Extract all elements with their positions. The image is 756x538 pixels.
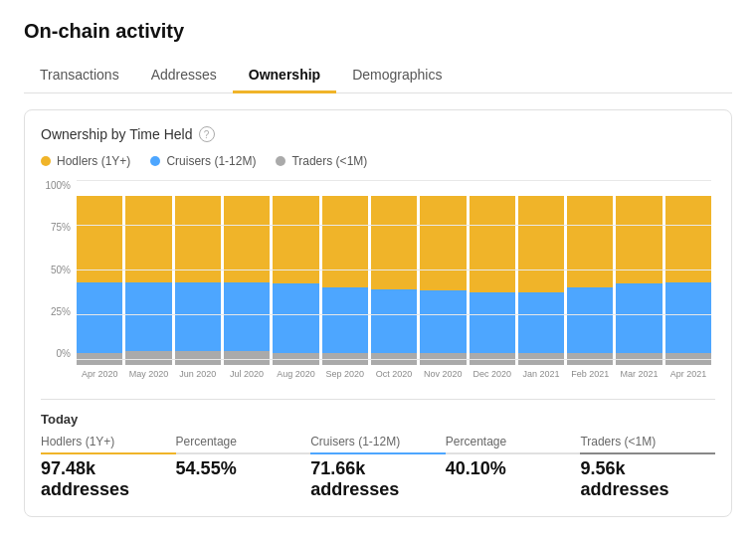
bar-group: Jan 2021: [518, 196, 564, 379]
bar-stack: [125, 196, 171, 365]
traders-segment: [77, 353, 122, 365]
hodlers-segment: [175, 196, 221, 282]
cruisers-segment: [77, 282, 122, 353]
cruisers-pct-value: 40.10%: [446, 458, 581, 479]
hodlers-segment: [420, 196, 466, 290]
hodlers-pct-label: Percentage: [176, 435, 311, 454]
stacked-bar-chart: 100% 75% 50% 25% 0% Apr 2020May 2020Jun …: [41, 180, 715, 379]
hodlers-segment: [665, 196, 711, 282]
bar-group: Nov 2020: [420, 196, 466, 379]
gridline-100: [77, 180, 711, 181]
hodlers-segment: [273, 196, 318, 283]
tab-transactions[interactable]: Transactions: [24, 59, 135, 93]
bar-stack: [322, 196, 368, 365]
hodlers-segment: [567, 196, 613, 287]
ownership-card: Ownership by Time Held ? Hodlers (1Y+) C…: [24, 109, 732, 517]
cruisers-segment: [224, 282, 270, 352]
hodlers-segment: [77, 196, 122, 282]
traders-segment: [175, 351, 221, 365]
traders-segment: [567, 353, 613, 365]
y-label-75: 75%: [51, 222, 71, 233]
hodlers-segment: [371, 196, 417, 289]
cruisers-stat-label: Cruisers (1-12M): [310, 435, 446, 454]
traders-stat-label: Traders (<1M): [580, 435, 715, 454]
hodlers-segment: [322, 196, 368, 287]
traders-segment: [371, 353, 417, 365]
chart-legend: Hodlers (1Y+) Cruisers (1-12M) Traders (…: [41, 154, 715, 168]
stats-row: Hodlers (1Y+) 97.48k addresses Percentag…: [41, 435, 715, 500]
bar-x-label: Jan 2021: [522, 369, 559, 379]
bar-stack: [470, 196, 515, 365]
page-title: On-chain activity: [24, 20, 732, 43]
y-label-0: 0%: [57, 348, 71, 359]
traders-segment: [665, 353, 711, 365]
hodlers-segment: [224, 196, 270, 282]
bar-group: Oct 2020: [371, 196, 417, 379]
cruisers-segment: [175, 282, 221, 352]
today-stats: Today Hodlers (1Y+) 97.48k addresses Per…: [41, 399, 715, 500]
cruisers-segment: [616, 283, 662, 353]
hodlers-stat: Hodlers (1Y+) 97.48k addresses: [41, 435, 176, 500]
hodlers-stat-value: 97.48k addresses: [41, 458, 176, 500]
legend-hodlers: Hodlers (1Y+): [41, 154, 130, 168]
cruisers-segment: [273, 283, 318, 353]
bar-stack: [665, 196, 711, 365]
bar-group: Mar 2021: [616, 196, 662, 379]
bar-x-label: Jul 2020: [230, 369, 264, 379]
tab-addresses[interactable]: Addresses: [135, 59, 233, 93]
hodlers-label: Hodlers (1Y+): [57, 154, 130, 168]
bar-stack: [616, 196, 662, 365]
traders-segment: [224, 351, 270, 365]
traders-segment: [518, 353, 564, 365]
bar-stack: [518, 196, 564, 365]
legend-cruisers: Cruisers (1-12M): [150, 154, 256, 168]
traders-stat-value: 9.56k addresses: [580, 458, 715, 500]
bar-stack: [273, 196, 318, 365]
traders-segment: [420, 353, 466, 365]
hodlers-segment: [518, 196, 564, 292]
help-icon[interactable]: ?: [199, 126, 215, 142]
cruisers-label: Cruisers (1-12M): [166, 154, 256, 168]
tabs-nav: Transactions Addresses Ownership Demogra…: [24, 59, 732, 93]
bar-x-label: Jun 2020: [179, 369, 216, 379]
cruisers-segment: [420, 290, 466, 353]
y-label-25: 25%: [51, 306, 71, 317]
bar-group: Jul 2020: [224, 196, 270, 379]
bar-stack: [567, 196, 613, 365]
traders-label: Traders (<1M): [291, 154, 367, 168]
legend-traders: Traders (<1M): [276, 154, 367, 168]
cruisers-segment: [371, 289, 417, 354]
cruisers-segment: [518, 292, 564, 353]
cruisers-pct-label: Percentage: [446, 435, 581, 454]
cruisers-stat: Cruisers (1-12M) 71.66k addresses: [310, 435, 446, 500]
hodlers-dot: [41, 156, 51, 166]
tab-ownership[interactable]: Ownership: [233, 59, 336, 93]
y-axis: 100% 75% 50% 25% 0%: [41, 180, 75, 359]
bar-stack: [371, 196, 417, 365]
bar-stack: [224, 196, 270, 365]
today-label: Today: [41, 412, 715, 427]
traders-segment: [273, 353, 318, 365]
traders-dot: [276, 156, 285, 166]
bar-group: Dec 2020: [470, 196, 515, 379]
bar-stack: [420, 196, 466, 365]
cruisers-segment: [567, 287, 613, 353]
bar-group: Aug 2020: [273, 196, 318, 379]
cruisers-segment: [470, 292, 515, 353]
traders-segment: [125, 351, 171, 365]
traders-segment: [616, 353, 662, 365]
bar-x-label: Oct 2020: [376, 369, 413, 379]
bar-x-label: Apr 2020: [82, 369, 118, 379]
bar-x-label: Apr 2021: [670, 369, 707, 379]
bar-x-label: May 2020: [129, 369, 169, 379]
bar-group: May 2020: [125, 196, 171, 379]
card-title: Ownership by Time Held ?: [41, 126, 715, 142]
y-label-100: 100%: [45, 180, 71, 191]
tab-demographics[interactable]: Demographics: [336, 59, 458, 93]
cruisers-pct-stat: Percentage 40.10%: [446, 435, 581, 500]
hodlers-pct-stat: Percentage 54.55%: [176, 435, 311, 500]
card-title-text: Ownership by Time Held: [41, 126, 193, 142]
cruisers-dot: [150, 156, 160, 166]
bar-stack: [175, 196, 221, 365]
hodlers-pct-value: 54.55%: [176, 458, 311, 479]
